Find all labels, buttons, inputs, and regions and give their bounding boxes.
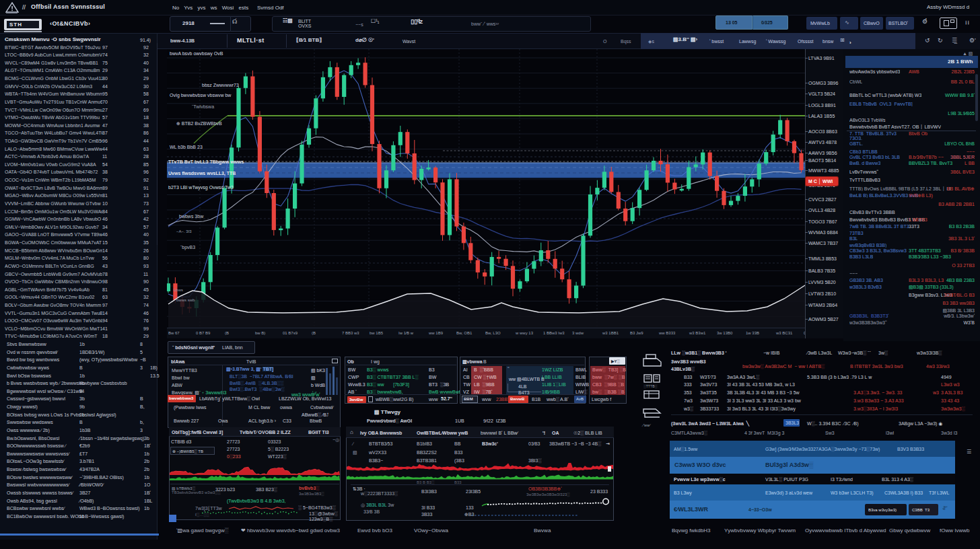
svg-text:░TTTB░: ░TTTB░: [643, 384, 658, 389]
svg-text:∕ʹww∕: ∕ʹww∕: [641, 423, 651, 427]
